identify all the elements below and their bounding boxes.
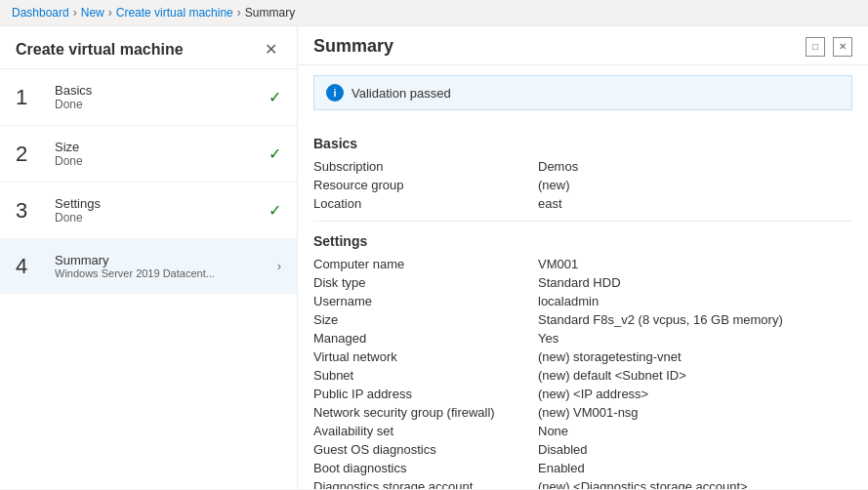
label-managed: Managed <box>313 331 538 346</box>
step-info-summary: Summary Windows Server 2019 Datacent... <box>55 253 269 279</box>
value-subnet: (new) default <Subnet ID> <box>538 368 852 383</box>
close-button[interactable]: ✕ <box>833 37 852 57</box>
summary-row-username: Username localadmin <box>313 292 852 310</box>
summary-row-guest-os-diagnostics: Guest OS diagnostics Disabled <box>313 440 852 459</box>
step-number-4: 4 <box>16 254 47 279</box>
summary-row-virtual-network: Virtual network (new) storagetesting-vne… <box>313 347 852 366</box>
step-check-basics: ✓ <box>269 88 281 106</box>
step-item-basics[interactable]: 1 Basics Done ✓ <box>0 69 297 126</box>
label-disk-type: Disk type <box>313 275 538 290</box>
chevron-right-icon: › <box>277 260 281 273</box>
value-size: Standard F8s_v2 (8 vcpus, 16 GB memory) <box>538 312 852 327</box>
summary-row-resource-group: Resource group (new) <box>313 176 852 194</box>
summary-row-location: Location east <box>313 194 852 213</box>
value-disk-type: Standard HDD <box>538 275 852 290</box>
step-number-1: 1 <box>16 85 47 110</box>
label-size: Size <box>313 312 538 327</box>
step-number-2: 2 <box>16 142 47 167</box>
main-container: Create virtual machine ✕ 1 Basics Done ✓… <box>0 26 868 489</box>
step-status-settings: Done <box>55 211 261 225</box>
label-subscription: Subscription <box>313 159 538 174</box>
step-status-size: Done <box>55 154 261 168</box>
section-title-settings: Settings <box>313 233 852 249</box>
maximize-button[interactable]: □ <box>806 37 825 57</box>
label-diagnostics-storage: Diagnostics storage account <box>313 479 538 489</box>
value-username: localadmin <box>538 294 852 308</box>
step-info-basics: Basics Done <box>55 83 261 111</box>
value-managed: Yes <box>538 331 852 346</box>
breadcrumb-sep-1: › <box>73 6 77 20</box>
value-virtual-network: (new) storagetesting-vnet <box>538 349 852 364</box>
value-boot-diagnostics: Enabled <box>538 461 852 475</box>
step-check-settings: ✓ <box>269 201 281 220</box>
summary-row-size: Size Standard F8s_v2 (8 vcpus, 16 GB mem… <box>313 310 852 329</box>
value-diagnostics-storage: (new) <Diagnostics storage account> <box>538 479 852 489</box>
summary-row-nsg: Network security group (firewall) (new) … <box>313 403 852 422</box>
section-divider <box>313 221 852 222</box>
value-location: east <box>538 196 852 211</box>
summary-row-managed: Managed Yes <box>313 329 852 347</box>
breadcrumb-sep-2: › <box>108 6 112 20</box>
breadcrumb-item-summary: Summary <box>245 6 295 20</box>
label-public-ip: Public IP address <box>313 387 538 401</box>
step-item-size[interactable]: 2 Size Done ✓ <box>0 126 297 183</box>
summary-content: Basics Subscription Demos Resource group… <box>298 120 868 489</box>
step-item-settings[interactable]: 3 Settings Done ✓ <box>0 183 297 239</box>
breadcrumb-item-create-vm[interactable]: Create virtual machine <box>116 6 233 20</box>
steps-list: 1 Basics Done ✓ 2 Size Done ✓ 3 <box>0 69 297 489</box>
summary-row-subscription: Subscription Demos <box>313 157 852 176</box>
section-title-basics: Basics <box>313 136 852 151</box>
right-panel-title: Summary <box>313 36 393 57</box>
validation-text: Validation passed <box>351 86 451 101</box>
window-controls: □ ✕ <box>806 37 852 57</box>
summary-row-diagnostics-storage: Diagnostics storage account (new) <Diagn… <box>313 477 852 489</box>
step-subtitle-summary: Windows Server 2019 Datacent... <box>55 267 230 279</box>
breadcrumb-item-dashboard[interactable]: Dashboard <box>12 6 69 20</box>
label-guest-os-diagnostics: Guest OS diagnostics <box>313 442 538 457</box>
value-subscription: Demos <box>538 159 852 174</box>
breadcrumb: Dashboard › New › Create virtual machine… <box>0 0 868 26</box>
label-computer-name: Computer name <box>313 257 538 271</box>
value-nsg: (new) VM001-nsg <box>538 405 852 420</box>
label-virtual-network: Virtual network <box>313 349 538 364</box>
breadcrumb-sep-3: › <box>237 6 241 20</box>
step-name-size: Size <box>55 140 261 154</box>
label-resource-group: Resource group <box>313 178 538 192</box>
step-name-basics: Basics <box>55 83 261 98</box>
right-panel: Summary □ ✕ i Validation passed Basics S… <box>298 26 868 489</box>
label-nsg: Network security group (firewall) <box>313 405 538 420</box>
validation-banner: i Validation passed <box>313 75 852 110</box>
summary-row-public-ip: Public IP address (new) <IP address> <box>313 385 852 403</box>
step-status-basics: Done <box>55 98 261 111</box>
step-name-summary: Summary <box>55 253 269 267</box>
label-username: Username <box>313 294 538 308</box>
left-panel: Create virtual machine ✕ 1 Basics Done ✓… <box>0 26 298 489</box>
summary-row-computer-name: Computer name VM001 <box>313 255 852 273</box>
value-guest-os-diagnostics: Disabled <box>538 442 852 457</box>
label-location: Location <box>313 196 538 211</box>
step-item-summary[interactable]: 4 Summary Windows Server 2019 Datacent..… <box>0 239 297 294</box>
label-subnet: Subnet <box>313 368 538 383</box>
left-panel-close-button[interactable]: ✕ <box>261 38 281 61</box>
value-availability-set: None <box>538 424 852 438</box>
right-panel-header: Summary □ ✕ <box>298 26 868 65</box>
summary-row-disk-type: Disk type Standard HDD <box>313 273 852 292</box>
step-check-size: ✓ <box>269 144 281 163</box>
value-resource-group: (new) <box>538 178 852 192</box>
summary-row-boot-diagnostics: Boot diagnostics Enabled <box>313 459 852 477</box>
value-computer-name: VM001 <box>538 257 852 271</box>
left-panel-title: Create virtual machine <box>16 41 184 59</box>
step-name-settings: Settings <box>55 196 261 211</box>
info-icon: i <box>326 84 344 102</box>
value-public-ip: (new) <IP address> <box>538 387 852 401</box>
step-info-settings: Settings Done <box>55 196 261 225</box>
summary-row-availability-set: Availability set None <box>313 422 852 440</box>
left-panel-header: Create virtual machine ✕ <box>0 26 297 69</box>
step-number-3: 3 <box>16 198 47 224</box>
label-availability-set: Availability set <box>313 424 538 438</box>
label-boot-diagnostics: Boot diagnostics <box>313 461 538 475</box>
summary-row-subnet: Subnet (new) default <Subnet ID> <box>313 366 852 385</box>
step-info-size: Size Done <box>55 140 261 168</box>
breadcrumb-item-new[interactable]: New <box>81 6 104 20</box>
